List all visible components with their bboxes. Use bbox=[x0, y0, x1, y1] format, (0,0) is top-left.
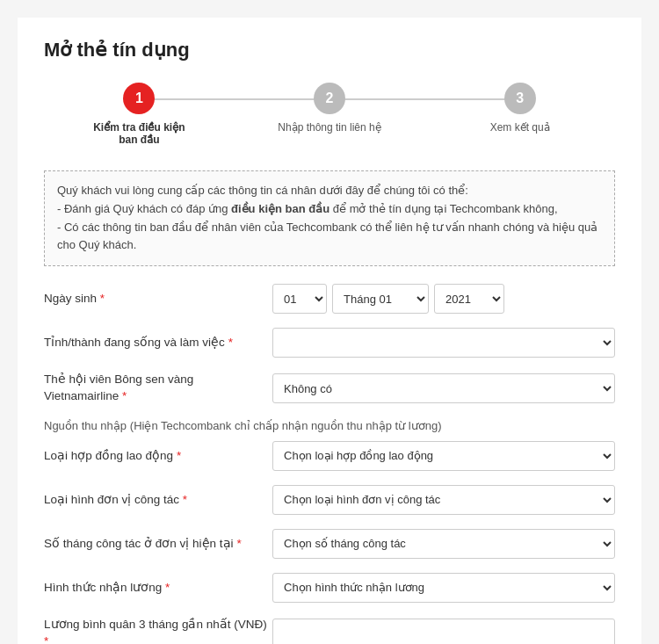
step-3-label: Xem kết quả bbox=[490, 121, 550, 134]
ngay-sinh-day-select[interactable]: 01 02 03 04 05 06 07 08 09 10 15 20 25 3… bbox=[272, 284, 327, 314]
ngay-sinh-month-select[interactable]: Tháng 01 Tháng 02 Tháng 03 Tháng 04 Thán… bbox=[332, 284, 429, 314]
info-box: Quý khách vui lòng cung cấp các thông ti… bbox=[44, 170, 615, 266]
luong-binh-quan-control bbox=[272, 619, 615, 644]
ngay-sinh-label: Ngày sinh * bbox=[44, 291, 272, 308]
step-1-circle: 1 bbox=[123, 83, 155, 114]
hinh-thuc-luong-select[interactable]: Chọn hình thức nhận lương Qua tài khoản … bbox=[272, 573, 615, 603]
step-2-label: Nhập thông tin liên hệ bbox=[278, 121, 380, 134]
info-line-2: - Đánh giá Quý khách có đáp ứng điều kiệ… bbox=[57, 202, 558, 215]
loai-hinh-don-vi-select[interactable]: Chọn loại hình đơn vị công tác Doanh ngh… bbox=[272, 485, 615, 515]
so-thang-control: Chọn số tháng công tác Dưới 6 tháng 6 - … bbox=[272, 529, 615, 559]
step-1: 1 Kiểm tra điều kiện ban đầu bbox=[44, 83, 235, 146]
step-3-circle: 3 bbox=[504, 83, 536, 114]
the-hoi-vien-row: Thẻ hội viên Bông sen vàngVietnamairline… bbox=[44, 372, 615, 405]
tinh-thanh-select[interactable]: Hà Nội TP. Hồ Chí Minh Đà Nẵng bbox=[272, 328, 615, 358]
the-hoi-vien-select[interactable]: Không có Có bbox=[272, 373, 615, 403]
tinh-thanh-row: Tỉnh/thành đang sống và làm việc * Hà Nộ… bbox=[44, 328, 615, 358]
step-3: 3 Xem kết quả bbox=[424, 83, 615, 134]
step-1-label: Kiểm tra điều kiện ban đầu bbox=[86, 121, 192, 146]
tinh-thanh-control: Hà Nội TP. Hồ Chí Minh Đà Nẵng bbox=[272, 328, 615, 358]
tinh-thanh-label: Tỉnh/thành đang sống và làm việc * bbox=[44, 335, 272, 351]
page-title: Mở thẻ tín dụng bbox=[44, 39, 615, 62]
step-2: 2 Nhập thông tin liên hệ bbox=[235, 83, 425, 134]
info-line-1: Quý khách vui lòng cung cấp các thông ti… bbox=[57, 184, 468, 197]
loai-hinh-don-vi-control: Chọn loại hình đơn vị công tác Doanh ngh… bbox=[272, 485, 615, 515]
hinh-thuc-luong-control: Chọn hình thức nhận lương Qua tài khoản … bbox=[272, 573, 615, 603]
stepper: 1 Kiểm tra điều kiện ban đầu 2 Nhập thôn… bbox=[44, 83, 615, 146]
step-2-circle: 2 bbox=[314, 83, 345, 114]
so-thang-label: Số tháng công tác ở đơn vị hiện tại * bbox=[44, 536, 272, 553]
loai-hop-dong-row: Loại hợp đồng lao động * Chọn loại hợp đ… bbox=[44, 441, 615, 471]
luong-binh-quan-input[interactable] bbox=[272, 619, 615, 644]
info-line-3: - Có các thông tin ban đầu để nhân viên … bbox=[57, 221, 597, 252]
luong-binh-quan-label: Lương bình quân 3 tháng gần nhất (VNĐ) * bbox=[44, 617, 272, 644]
loai-hop-dong-label: Loại hợp đồng lao động * bbox=[44, 448, 272, 465]
luong-binh-quan-row: Lương bình quân 3 tháng gần nhất (VNĐ) * bbox=[44, 617, 615, 644]
hinh-thuc-luong-row: Hình thức nhận lương * Chọn hình thức nh… bbox=[44, 573, 615, 603]
the-hoi-vien-label: Thẻ hội viên Bông sen vàngVietnamairline… bbox=[44, 372, 272, 405]
nguon-thu-nhap-header: Nguồn thu nhập (Hiện Techcombank chỉ chấ… bbox=[44, 419, 615, 432]
hinh-thuc-luong-label: Hình thức nhận lương * bbox=[44, 580, 272, 597]
ngay-sinh-row: Ngày sinh * 01 02 03 04 05 06 07 08 09 1… bbox=[44, 284, 615, 314]
so-thang-select[interactable]: Chọn số tháng công tác Dưới 6 tháng 6 - … bbox=[272, 529, 615, 559]
so-thang-row: Số tháng công tác ở đơn vị hiện tại * Ch… bbox=[44, 529, 615, 559]
ngay-sinh-controls: 01 02 03 04 05 06 07 08 09 10 15 20 25 3… bbox=[272, 284, 615, 314]
the-hoi-vien-control: Không có Có bbox=[272, 373, 615, 403]
ngay-sinh-year-select[interactable]: 1990 1991 2000 2010 2021 bbox=[434, 284, 504, 314]
loai-hop-dong-select[interactable]: Chọn loại hợp đồng lao động Hợp đồng dài… bbox=[272, 441, 615, 471]
loai-hop-dong-control: Chọn loại hợp đồng lao động Hợp đồng dài… bbox=[272, 441, 615, 471]
loai-hinh-don-vi-label: Loại hình đơn vị công tác * bbox=[44, 492, 272, 509]
loai-hinh-don-vi-row: Loại hình đơn vị công tác * Chọn loại hì… bbox=[44, 485, 615, 515]
